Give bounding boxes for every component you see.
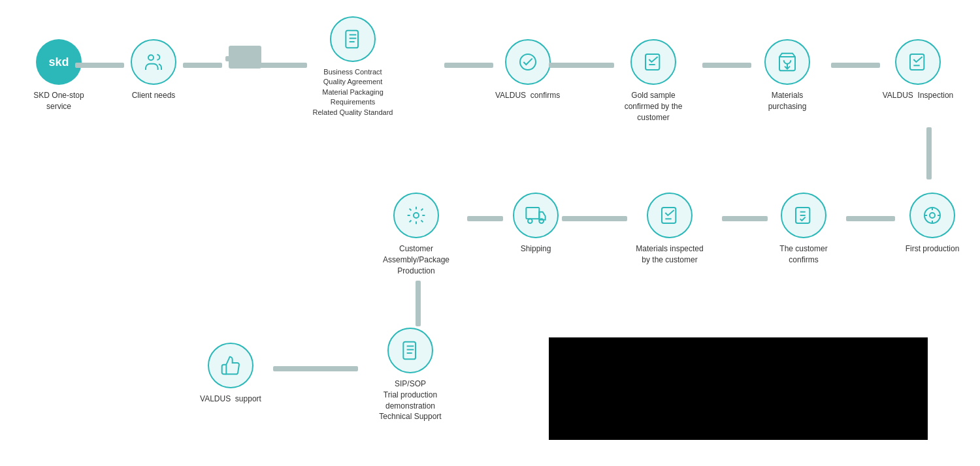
node-first-production: First production	[896, 193, 968, 255]
icon-gold-sample	[630, 39, 676, 85]
skd-circle: skd	[36, 39, 82, 85]
bar-contract	[225, 56, 255, 61]
icon-client-needs	[131, 39, 176, 85]
icon-customer-assembly	[393, 193, 439, 238]
node-valdus-confirms: VALDUS confirms	[495, 39, 560, 101]
node-first-production-label: First production	[906, 243, 960, 255]
arrow-down-inspection	[926, 127, 932, 179]
node-materials-purchasing: Materials purchasing	[751, 39, 823, 112]
icon-shipping	[513, 193, 559, 238]
arrow-contract-quality	[258, 63, 307, 68]
node-sip-label: SIP/SOPTrial production demonstrationTec…	[360, 379, 461, 422]
node-gold-label: Gold sample confirmed by the customer	[614, 90, 693, 123]
node-customer-confirms-label: The customer confirms	[768, 243, 840, 266]
node-skd: skd SKD One-stop service	[23, 39, 95, 112]
svg-point-0	[148, 55, 154, 60]
arrow-quality-valdus	[444, 63, 493, 68]
node-valdus-support-label: VALDUS support	[200, 394, 261, 405]
icon-valdus-inspection	[895, 39, 941, 85]
arrow-client-contract	[183, 63, 222, 68]
node-client-label: Client needs	[132, 90, 176, 101]
node-valdus-confirms-label: VALDUS confirms	[495, 90, 560, 101]
arrow-materials-inspection	[831, 63, 880, 68]
node-skd-label: SKD One-stop service	[23, 90, 95, 112]
node-materials-inspected: Materials inspected by the customer	[627, 193, 712, 266]
node-sip-sop: SIP/SOPTrial production demonstrationTec…	[358, 328, 463, 422]
node-valdus-inspection: VALDUS Inspection	[882, 39, 954, 101]
icon-first-production	[909, 193, 955, 238]
icon-quality	[330, 16, 376, 62]
arrow-support-sip	[273, 366, 358, 371]
node-shipping-label: Shipping	[521, 243, 551, 255]
icon-materials-inspected	[647, 193, 693, 238]
arrow-skd-client	[75, 63, 124, 68]
arrow-down-assembly	[416, 281, 421, 326]
node-customer-assembly: Customer Assembly/Package Production	[374, 193, 459, 276]
skd-label-inner: skd	[48, 55, 69, 69]
svg-point-22	[930, 213, 935, 218]
node-customer-confirms: The customer confirms	[768, 193, 840, 266]
arrow-gold-materials	[702, 63, 751, 68]
node-materials-label: Materials purchasing	[751, 90, 823, 112]
node-quality-label: Business ContractQuality AgreementMateri…	[301, 67, 405, 117]
arrow-shipping-inspected	[562, 216, 627, 221]
diagram-container: skd SKD One-stop service Client needs	[0, 0, 980, 466]
svg-rect-27	[403, 342, 416, 360]
svg-rect-1	[346, 31, 358, 48]
node-materials-inspected-label: Materials inspected by the customer	[634, 243, 706, 266]
arrow-assembly-shipping	[467, 216, 503, 221]
node-client-needs: Client needs	[131, 39, 176, 101]
svg-rect-13	[526, 208, 539, 219]
arrow-valdus-gold	[549, 63, 614, 68]
node-quality: Business ContractQuality AgreementMateri…	[301, 16, 405, 117]
node-gold-sample: Gold sample confirmed by the customer	[614, 39, 693, 123]
icon-sip-sop	[387, 328, 433, 373]
node-shipping: Shipping	[506, 193, 565, 255]
arrow-inspected-confirms	[722, 216, 768, 221]
svg-point-12	[414, 213, 419, 218]
redacted-box	[549, 337, 928, 440]
node-customer-assembly-label: Customer Assembly/Package Production	[380, 243, 452, 276]
icon-materials-purchasing	[764, 39, 810, 85]
icon-valdus-support	[208, 343, 253, 388]
node-valdus-inspection-label: VALDUS Inspection	[883, 90, 954, 101]
svg-point-14	[528, 219, 532, 223]
arrow-confirms-first	[846, 216, 895, 221]
node-valdus-support: VALDUS support	[195, 343, 267, 405]
icon-customer-confirms	[781, 193, 826, 238]
icon-valdus-confirms	[505, 39, 551, 85]
